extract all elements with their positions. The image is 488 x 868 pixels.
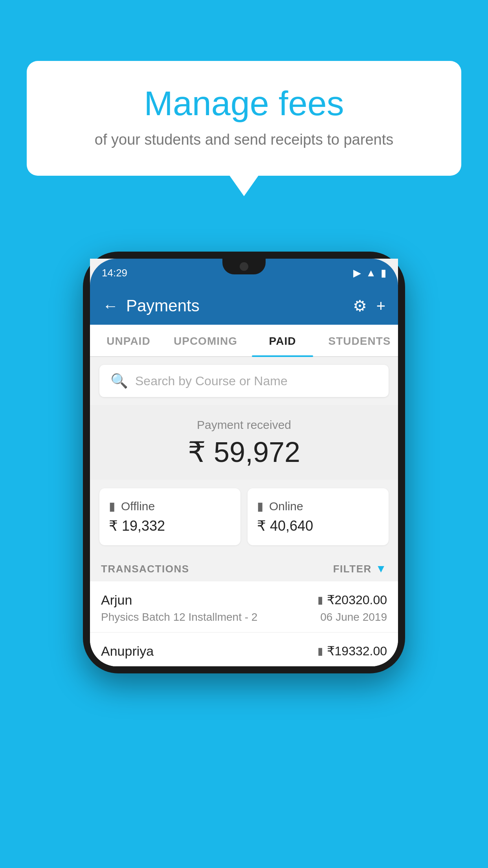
transaction-amount-wrap: ▮ ₹20320.00 (317, 592, 387, 607)
status-time: 14:29 (102, 267, 127, 279)
payment-summary-section: Payment received ₹ 59,972 (90, 405, 398, 480)
online-label: Online (269, 500, 303, 513)
status-icons: ▶ ▲ ▮ (353, 267, 386, 279)
header-left: ← Payments (103, 296, 200, 315)
phone-screen: 14:29 ▶ ▲ ▮ ← Payments ⚙ + (90, 259, 398, 666)
payment-card-icon: ▮ (317, 594, 323, 606)
tab-upcoming[interactable]: UPCOMING (167, 325, 244, 356)
online-icon: ▮ (257, 499, 264, 513)
filter-label: FILTER (333, 563, 372, 575)
plus-icon[interactable]: + (376, 297, 385, 315)
search-bar[interactable]: 🔍 Search by Course or Name (99, 365, 389, 397)
header-right: ⚙ + (353, 297, 385, 315)
online-payment-card: ▮ Online ₹ 40,640 (248, 488, 389, 545)
transaction-amount: ₹20320.00 (327, 592, 387, 607)
page-title: Payments (126, 296, 200, 315)
offline-card-header: ▮ Offline (109, 499, 231, 513)
transaction-bottom: Physics Batch 12 Installment - 2 06 June… (101, 611, 387, 623)
phone-frame-wrapper: 14:29 ▶ ▲ ▮ ← Payments ⚙ + (83, 252, 405, 673)
bubble-subtitle: of your students and send receipts to pa… (46, 131, 442, 148)
payment-total-amount: ₹ 59,972 (99, 436, 389, 469)
offline-icon: ▮ (109, 499, 116, 513)
transactions-header: TRANSACTIONS FILTER ▼ (90, 554, 398, 581)
tab-unpaid[interactable]: UNPAID (90, 325, 167, 356)
transaction-amount-wrap: ▮ ₹19332.00 (317, 644, 387, 658)
bubble-title: Manage fees (46, 85, 442, 123)
filter-button[interactable]: FILTER ▼ (333, 563, 387, 575)
gear-icon[interactable]: ⚙ (353, 297, 367, 315)
transaction-name: Arjun (101, 592, 132, 608)
status-bar: 14:29 ▶ ▲ ▮ (90, 259, 398, 287)
wifi-icon: ▶ (353, 267, 361, 279)
speech-bubble: Manage fees of your students and send re… (27, 61, 461, 176)
online-card-header: ▮ Online (257, 499, 379, 513)
payment-cards-row: ▮ Offline ₹ 19,332 ▮ Online ₹ 40,640 (99, 488, 389, 545)
battery-icon: ▮ (381, 267, 386, 279)
transaction-row[interactable]: Anupriya ▮ ₹19332.00 (90, 633, 398, 666)
phone-notch (222, 259, 266, 274)
filter-icon: ▼ (376, 563, 387, 575)
offline-payment-card: ▮ Offline ₹ 19,332 (99, 488, 240, 545)
back-button[interactable]: ← (103, 297, 118, 315)
search-icon: 🔍 (110, 373, 128, 389)
search-placeholder-text: Search by Course or Name (135, 374, 288, 388)
tab-students[interactable]: STUDENTS (321, 325, 398, 356)
tab-paid[interactable]: PAID (244, 325, 321, 356)
payment-offline-icon: ▮ (317, 645, 323, 657)
transaction-top: Anupriya ▮ ₹19332.00 (101, 644, 387, 659)
signal-icon: ▲ (366, 267, 376, 279)
payment-received-label: Payment received (99, 418, 389, 432)
offline-label: Offline (121, 500, 155, 513)
front-camera (240, 262, 248, 271)
transaction-course: Physics Batch 12 Installment - 2 (101, 611, 257, 623)
transaction-top: Arjun ▮ ₹20320.00 (101, 592, 387, 608)
online-amount: ₹ 40,640 (257, 518, 379, 534)
transactions-label: TRANSACTIONS (101, 563, 189, 575)
tabs-bar: UNPAID UPCOMING PAID STUDENTS (90, 325, 398, 357)
transaction-row[interactable]: Arjun ▮ ₹20320.00 Physics Batch 12 Insta… (90, 581, 398, 633)
offline-amount: ₹ 19,332 (109, 518, 231, 534)
transaction-date: 06 June 2019 (320, 611, 387, 623)
app-header: ← Payments ⚙ + (90, 287, 398, 325)
phone-frame: 14:29 ▶ ▲ ▮ ← Payments ⚙ + (83, 252, 405, 673)
transaction-amount: ₹19332.00 (327, 644, 387, 658)
transaction-name: Anupriya (101, 644, 154, 659)
